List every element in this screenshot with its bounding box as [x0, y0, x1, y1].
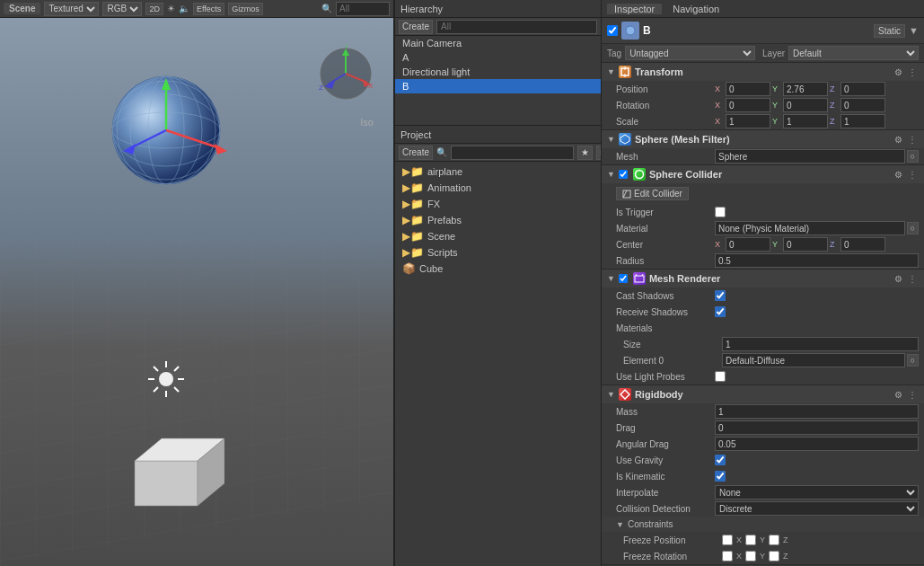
effects-button[interactable]: Effects: [193, 3, 224, 15]
freeze-rot-y-checkbox[interactable]: [745, 551, 756, 562]
cast-shadows-checkbox[interactable]: [715, 290, 726, 301]
collision-detection-select[interactable]: Discrete: [715, 501, 919, 516]
use-light-probes-checkbox[interactable]: [715, 371, 726, 382]
scene-color-select[interactable]: RGB: [102, 2, 142, 16]
obj-name-field[interactable]: B: [643, 24, 870, 37]
hierarchy-item-a[interactable]: A: [395, 50, 601, 65]
project-search-input[interactable]: [451, 146, 574, 160]
position-label: Position: [616, 84, 715, 94]
angular-drag-input[interactable]: [715, 437, 919, 451]
is-trigger-checkbox[interactable]: [715, 207, 726, 217]
project-item-animation[interactable]: ▶📁 Animation: [395, 180, 601, 196]
freeze-rot-z-checkbox[interactable]: [769, 551, 779, 562]
rotation-x-input[interactable]: [726, 98, 770, 112]
x-label-pos: X: [715, 84, 724, 93]
mesh-filter-settings-icon[interactable]: ⚙: [892, 133, 904, 146]
sphere-collider-menu-icon[interactable]: ⋮: [906, 168, 919, 181]
project-favorites-button[interactable]: ★: [577, 146, 593, 160]
mass-input[interactable]: [715, 404, 919, 419]
project-item-prefabs[interactable]: ▶📁 Prefabs: [395, 212, 601, 228]
sphere-object[interactable]: [103, 67, 229, 195]
constraints-header[interactable]: ▼ Constraints: [602, 517, 924, 532]
mesh-renderer-menu-icon[interactable]: ⋮: [906, 272, 919, 285]
use-gravity-value: [715, 455, 919, 465]
folder-icon-prefabs: ▶📁: [402, 214, 424, 226]
receive-shadows-checkbox[interactable]: [715, 306, 726, 317]
svg-marker-41: [620, 135, 629, 144]
hierarchy-item-b[interactable]: B: [395, 79, 601, 93]
cube-object[interactable]: [126, 416, 224, 517]
scale-z-input[interactable]: [840, 114, 885, 128]
freeze-pos-x-checkbox[interactable]: [722, 535, 733, 545]
transform-menu-icon[interactable]: ⋮: [906, 66, 919, 78]
scene-mode-select[interactable]: Textured: [44, 2, 99, 16]
position-y-input[interactable]: [783, 82, 828, 96]
element0-select-button[interactable]: ○: [907, 354, 919, 367]
radius-input[interactable]: [715, 253, 919, 268]
use-gravity-label: Use Gravity: [616, 455, 715, 465]
scene-2d-button[interactable]: 2D: [145, 3, 163, 15]
hierarchy-create-button[interactable]: Create: [399, 20, 433, 34]
project-item-fx[interactable]: ▶📁 FX: [395, 196, 601, 212]
freeze-rotation-row: Freeze Rotation X Y Z: [602, 548, 924, 564]
inspector-tab[interactable]: Inspector: [607, 4, 662, 14]
project-item-scripts[interactable]: ▶📁 Scripts: [395, 244, 601, 261]
freeze-pos-y-checkbox[interactable]: [745, 535, 756, 545]
rotation-z-input[interactable]: [840, 98, 885, 112]
mesh-renderer-settings-icon[interactable]: ⚙: [892, 272, 904, 285]
hierarchy-item-main-camera[interactable]: Main Camera: [395, 36, 601, 50]
tag-select[interactable]: Untagged: [625, 46, 755, 60]
center-x-input[interactable]: [726, 237, 770, 252]
transform-section: ▼ Transform ⚙ ⋮ Position X Y: [602, 63, 924, 130]
mesh-renderer-enabled-checkbox[interactable]: [619, 274, 628, 283]
mesh-renderer-header[interactable]: ▼ Mesh Renderer ⚙ ⋮: [602, 270, 924, 287]
project-item-airplane[interactable]: ▶📁 airplane: [395, 164, 601, 180]
edit-collider-button[interactable]: Edit Collider: [616, 187, 689, 200]
center-z-input[interactable]: [840, 237, 885, 252]
rigidbody-menu-icon[interactable]: ⋮: [906, 388, 919, 401]
scene-search-input[interactable]: [336, 2, 390, 16]
use-gravity-checkbox[interactable]: [715, 455, 726, 465]
drag-input[interactable]: [715, 420, 919, 435]
rigidbody-header[interactable]: ▼ Rigidbody ⚙ ⋮: [602, 385, 924, 403]
hierarchy-item-directional-light[interactable]: Directional light: [395, 65, 601, 79]
sphere-collider-header[interactable]: ▼ Sphere Collider ⚙ ⋮: [602, 165, 924, 183]
sphere-collider-settings-icon[interactable]: ⚙: [892, 168, 904, 181]
gizmos-button[interactable]: Gizmos: [228, 3, 263, 15]
edit-collider-label: Edit Collider: [634, 189, 682, 199]
mesh-filter-menu-icon[interactable]: ⋮: [906, 133, 919, 146]
project-create-button[interactable]: Create: [399, 146, 433, 160]
static-button[interactable]: Static: [874, 24, 905, 38]
is-kinematic-checkbox[interactable]: [715, 471, 726, 482]
scene-view[interactable]: Y X Z Iso: [0, 18, 393, 566]
svg-point-1: [159, 372, 173, 386]
freeze-pos-z-checkbox[interactable]: [769, 535, 779, 545]
center-y-input[interactable]: [783, 237, 828, 252]
hierarchy-search-input[interactable]: [436, 20, 597, 34]
interpolate-select[interactable]: None: [715, 485, 919, 500]
audio-icon-btn[interactable]: 🔈: [179, 4, 189, 13]
sphere-collider-enabled-checkbox[interactable]: [619, 170, 628, 179]
project-item-cube[interactable]: 📦 Cube: [395, 261, 601, 277]
material-select-button[interactable]: ○: [907, 222, 919, 234]
static-dropdown-icon[interactable]: ▼: [909, 25, 919, 36]
position-z-input[interactable]: [840, 82, 885, 96]
scale-x-input[interactable]: [726, 114, 770, 128]
is-trigger-row: Is Trigger: [602, 204, 924, 220]
obj-active-checkbox[interactable]: [607, 25, 618, 36]
rotation-y-input[interactable]: [783, 98, 828, 112]
layer-select[interactable]: Default: [788, 46, 919, 60]
freeze-rot-x-checkbox[interactable]: [722, 551, 733, 562]
rigidbody-settings-icon[interactable]: ⚙: [892, 388, 904, 401]
navigation-tab[interactable]: Navigation: [665, 4, 726, 14]
project-item-scene[interactable]: ▶📁 Scene: [395, 228, 601, 244]
mesh-select-button[interactable]: ○: [907, 150, 919, 163]
mesh-filter-header[interactable]: ▼ Sphere (Mesh Filter) ⚙ ⋮: [602, 130, 924, 148]
size-input[interactable]: [722, 337, 919, 351]
sun-icon-btn[interactable]: ☀: [167, 4, 175, 13]
mesh-value-field: Sphere: [715, 149, 905, 164]
transform-settings-icon[interactable]: ⚙: [892, 66, 904, 78]
transform-header[interactable]: ▼ Transform ⚙ ⋮: [602, 63, 924, 81]
scale-y-input[interactable]: [783, 114, 828, 128]
position-x-input[interactable]: [726, 82, 770, 96]
